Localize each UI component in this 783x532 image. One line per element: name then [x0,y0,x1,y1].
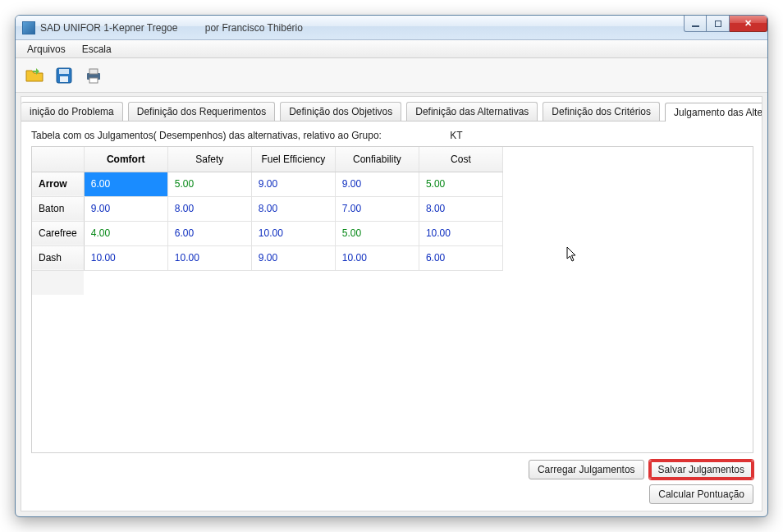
maximize-button[interactable] [707,16,730,32]
cell[interactable]: 8.00 [251,196,335,221]
panel-description: Tabela com os Julgamentos( Desempenhos) … [31,130,753,141]
group-name: KT [450,130,462,141]
header-blank[interactable] [32,147,84,172]
app-icon [22,21,35,34]
tab-alternativas[interactable]: Definição das Alternativas [406,102,538,121]
tab-criterios[interactable]: Definição dos Critérios [543,102,660,121]
print-icon[interactable] [81,63,106,88]
menubar: Arquivos Escala [16,40,767,58]
cell[interactable]: 10.00 [335,245,419,270]
header-safety[interactable]: Safety [167,147,251,172]
svg-rect-2 [60,76,68,82]
button-row-1: Carregar Julgamentos Salvar Julgamentos [31,460,753,479]
calcular-button[interactable]: Calcular Pontuação [649,484,753,504]
cell[interactable]: 8.00 [419,196,502,221]
app-window: SAD UNIFOR 1-Kepner Tregoe por Francisco… [15,15,768,517]
tab-julgamento[interactable]: Julgamento das Alternativas [665,103,762,122]
content-area: inição do Problema Definição dos Requeri… [21,96,762,511]
button-row-2: Calcular Pontuação [31,484,753,504]
menu-arquivos[interactable]: Arquivos [19,41,74,57]
close-button[interactable]: ✕ [730,16,767,32]
cell[interactable]: 10.00 [419,221,502,245]
menu-escala[interactable]: Escala [74,41,120,57]
cell[interactable]: 9.00 [251,245,335,270]
minimize-button[interactable] [684,16,707,32]
row-header[interactable]: Dash [32,245,84,270]
cell[interactable]: 8.00 [167,196,251,221]
svg-rect-5 [89,78,98,83]
titlebar[interactable]: SAD UNIFOR 1-Kepner Tregoe por Francisco… [16,16,767,40]
tab-requerimentos[interactable]: Definição dos Requerimentos [128,102,275,121]
header-fuel[interactable]: Fuel Efficiency [251,147,335,172]
cell[interactable]: 6.00 [167,221,251,245]
cell[interactable]: 5.00 [335,221,419,245]
row-header[interactable]: Baton [32,196,84,221]
cell[interactable]: 6.00 [419,245,502,270]
header-confiability[interactable]: Confiability [335,147,419,172]
row-header[interactable]: Arrow [32,172,84,196]
tab-problema[interactable]: inição do Problema [21,102,123,121]
open-icon[interactable] [22,63,47,88]
cell[interactable]: 9.00 [84,196,167,221]
header-cost[interactable]: Cost [419,147,502,172]
table-row[interactable]: Baton9.008.008.007.008.00 [32,196,503,221]
cell[interactable]: 5.00 [167,172,251,196]
header-comfort[interactable]: Comfort [84,147,167,172]
window-title: SAD UNIFOR 1-Kepner Tregoe por Francisco… [40,22,303,34]
cell[interactable]: 9.00 [251,172,335,196]
table-row[interactable]: Arrow6.005.009.009.005.00 [32,172,503,196]
cell[interactable]: 6.00 [84,172,167,196]
cell[interactable]: 4.00 [84,221,167,245]
row-header[interactable]: Carefree [32,221,84,245]
tabstrip: inição do Problema Definição dos Requeri… [21,97,762,122]
judgement-grid[interactable]: Comfort Safety Fuel Efficiency Confiabil… [31,146,753,453]
table-row[interactable]: Carefree4.006.0010.005.0010.00 [32,221,503,245]
cell[interactable]: 10.00 [84,245,167,270]
tab-objetivos[interactable]: Definição dos Objetivos [280,102,401,121]
svg-rect-4 [89,69,98,74]
table-row[interactable]: Dash10.0010.009.0010.006.00 [32,245,503,270]
save-icon[interactable] [52,63,76,88]
carregar-button[interactable]: Carregar Julgamentos [529,460,644,479]
cell[interactable]: 7.00 [335,196,419,221]
panel-julgamento: Tabela com os Julgamentos( Desempenhos) … [21,122,762,511]
cell[interactable]: 9.00 [335,172,419,196]
window-controls: ✕ [684,16,767,32]
cell[interactable]: 5.00 [419,172,502,196]
cell[interactable]: 10.00 [167,245,251,270]
salvar-button[interactable]: Salvar Julgamentos [649,460,753,479]
cell[interactable]: 10.00 [251,221,335,245]
toolbar [16,58,767,93]
svg-rect-1 [59,69,69,74]
